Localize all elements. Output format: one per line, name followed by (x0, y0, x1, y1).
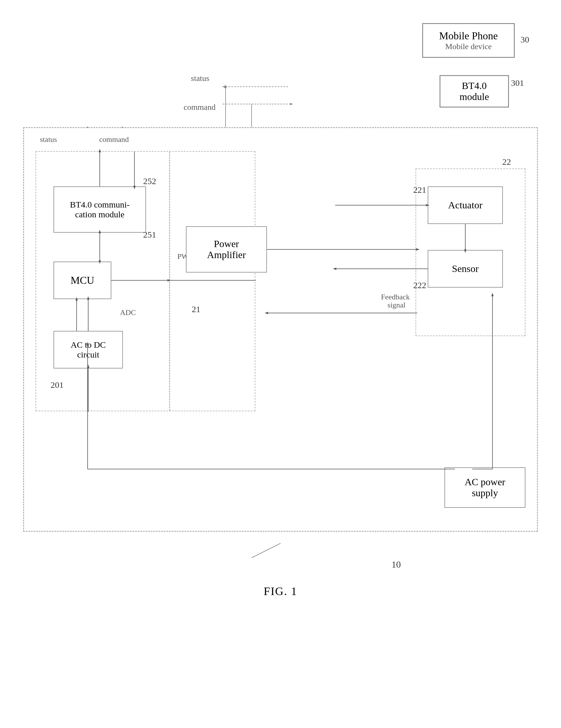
mobile-section: Mobile Phone Mobile device 30 BT4.0modul… (23, 17, 538, 127)
bt-module-mobile-label: BT4.0module (460, 80, 489, 102)
ref-10: 10 (392, 559, 401, 570)
ref-301: 301 (511, 78, 524, 88)
command-label-top: command (184, 103, 215, 112)
svg-marker-3 (290, 103, 293, 105)
svg-marker-34 (264, 312, 268, 314)
status-label-top: status (191, 74, 209, 83)
ref-30: 30 (521, 35, 529, 45)
diagram-container: Mobile Phone Mobile device 30 BT4.0modul… (23, 17, 538, 598)
main-device-box: status command 25 20 BT4.0 communi-catio… (23, 127, 538, 532)
fig-label: FIG. 1 (23, 584, 538, 598)
mobile-phone-title: Mobile Phone (429, 30, 508, 42)
bt-module-mobile: BT4.0module (440, 75, 509, 108)
ref-10-container: 10 (23, 540, 538, 570)
mobile-phone-box: Mobile Phone Mobile device (422, 23, 515, 58)
svg-marker-32 (416, 248, 420, 251)
svg-line-43 (251, 543, 280, 558)
svg-marker-1 (222, 86, 225, 88)
svg-marker-37 (86, 342, 89, 345)
svg-marker-40 (491, 293, 494, 296)
ref-10-svg (223, 540, 338, 564)
mobile-device-label: Mobile device (429, 42, 508, 51)
main-arrows-svg (24, 128, 537, 531)
svg-marker-6 (224, 84, 227, 88)
